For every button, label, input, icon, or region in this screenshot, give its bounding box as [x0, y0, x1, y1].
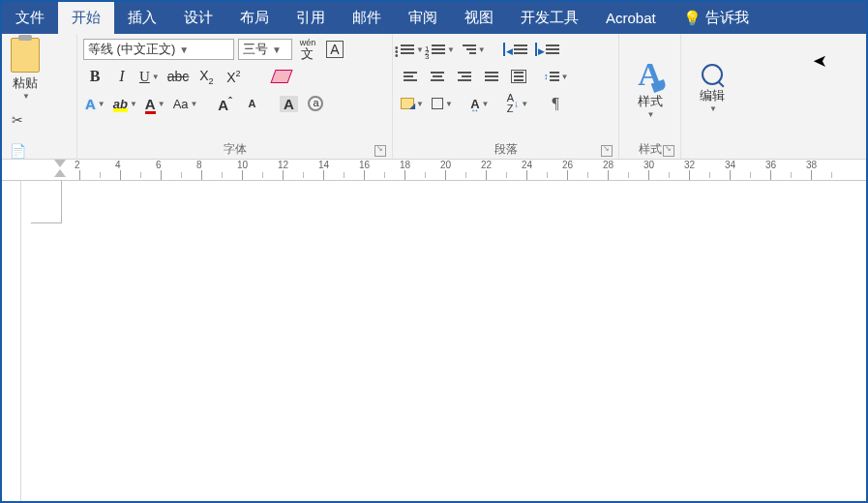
phonetic-icon: wén 文 — [300, 39, 316, 60]
tab-insert[interactable]: 插入 — [114, 2, 170, 34]
copy-button[interactable]: 📄 — [8, 141, 27, 161]
paste-button[interactable]: 粘贴 ▼ — [8, 38, 43, 101]
superscript-button[interactable]: X2 — [222, 65, 245, 88]
align-center-button[interactable] — [426, 65, 449, 88]
vertical-ruler[interactable] — [2, 181, 21, 501]
highlight-button[interactable]: ab▼ — [111, 92, 139, 115]
text-effects-button[interactable]: A▼ — [83, 92, 107, 115]
document-area — [2, 181, 866, 501]
ruler-tick: 10 — [237, 160, 248, 170]
indent-marker-icon[interactable] — [54, 160, 66, 177]
ruler-tick: 34 — [725, 160, 735, 170]
tab-mailings[interactable]: 邮件 — [339, 2, 395, 34]
italic-icon: I — [119, 68, 124, 85]
chevron-down-icon: ▼ — [647, 110, 655, 119]
editing-button-label: 编辑 — [700, 87, 725, 104]
scissors-icon: ✂ — [12, 112, 23, 128]
styles-launcher-icon[interactable] — [663, 145, 674, 157]
justify-button[interactable] — [480, 65, 503, 88]
ruler-tick: 16 — [359, 160, 370, 170]
font-color-button[interactable]: A▼ — [143, 92, 167, 115]
change-case-button[interactable]: Aa▼ — [171, 92, 200, 115]
group-styles: A 样式 ▼ 样式 — [619, 34, 681, 159]
ruler-tick: 26 — [562, 160, 573, 170]
phonetic-guide-button[interactable]: wén 文 — [296, 38, 319, 61]
editing-button[interactable]: 编辑 ▼ — [689, 60, 735, 117]
align-left-button[interactable] — [399, 65, 422, 88]
ruler-tick: 32 — [684, 160, 695, 170]
group-paragraph: ▼ ▼ ▼ ↕▼ ▼ ▼ A▼ A — [393, 34, 619, 159]
charbox-icon: A — [326, 41, 343, 58]
chevron-down-icon: ▼ — [447, 45, 455, 54]
distribute-button[interactable] — [507, 65, 530, 88]
subscript-button[interactable]: X2 — [195, 65, 218, 88]
font-family-combo[interactable]: 等线 (中文正文) ▼ — [83, 39, 234, 60]
italic-button[interactable]: I — [110, 65, 134, 88]
shade-icon: A — [280, 96, 298, 112]
tellme-label: 告诉我 — [705, 9, 749, 27]
tab-developer[interactable]: 开发工具 — [507, 2, 592, 34]
character-shading-button[interactable]: A — [277, 92, 300, 115]
font-size-combo[interactable]: 三号 ▼ — [238, 39, 292, 60]
tab-layout[interactable]: 布局 — [226, 2, 283, 34]
shading-button[interactable]: ▼ — [399, 92, 426, 115]
font-size-value: 三号 — [243, 41, 268, 58]
borders-icon — [432, 98, 443, 109]
tab-view[interactable]: 视图 — [451, 2, 507, 34]
decrease-indent-button[interactable] — [501, 38, 529, 61]
bullets-button[interactable]: ▼ — [399, 38, 426, 61]
sort-icon: AZ — [507, 93, 514, 114]
horizontal-ruler[interactable]: 2468101214161820222426283032343638 — [2, 160, 866, 181]
increase-indent-button[interactable] — [533, 38, 561, 61]
numbering-button[interactable]: ▼ — [430, 38, 457, 61]
shrink-font-button[interactable]: A — [240, 92, 263, 115]
styles-icon: A — [638, 58, 662, 91]
chevron-down-icon: ▼ — [561, 73, 569, 81]
ruler-tick: 12 — [278, 160, 288, 170]
tab-review[interactable]: 审阅 — [395, 2, 451, 34]
align-right-button[interactable] — [453, 65, 476, 88]
paragraph-launcher-icon[interactable] — [601, 145, 613, 157]
tellme-search[interactable]: 💡 告诉我 — [670, 2, 763, 34]
font-family-value: 等线 (中文正文) — [88, 41, 175, 58]
tab-references[interactable]: 引用 — [283, 2, 339, 34]
underline-button[interactable]: U▼ — [137, 65, 162, 88]
character-border-button[interactable]: A — [323, 38, 346, 61]
chevron-down-icon: ▼ — [521, 100, 528, 108]
page-margin-corner — [31, 181, 62, 223]
strikethrough-button[interactable]: abc — [165, 65, 192, 88]
enclose-characters-button[interactable] — [304, 92, 327, 115]
distribute-icon — [511, 70, 526, 83]
ruler-tick: 4 — [115, 160, 121, 170]
tab-home[interactable]: 开始 — [58, 2, 114, 34]
show-paragraph-button[interactable]: ¶ — [544, 92, 567, 115]
ruler-tick: 36 — [765, 160, 776, 170]
tab-acrobat[interactable]: Acrobat — [592, 2, 670, 34]
select-text-button[interactable]: A▼ — [468, 92, 492, 115]
change-case-icon: Aa — [173, 97, 189, 111]
multilevel-button[interactable]: ▼ — [461, 38, 488, 61]
grow-font-button[interactable]: A — [213, 92, 236, 115]
chevron-down-icon: ▼ — [445, 100, 453, 108]
sort-button[interactable]: AZ↓▼ — [505, 92, 530, 115]
tab-file[interactable]: 文件 — [2, 2, 58, 34]
align-center-icon — [431, 70, 444, 83]
select-icon: A — [470, 97, 479, 111]
chevron-down-icon: ▼ — [130, 100, 137, 108]
clear-formatting-button[interactable] — [270, 65, 293, 88]
cut-button[interactable]: ✂ — [8, 110, 27, 130]
align-right-icon — [458, 70, 471, 83]
group-editing: 编辑 ▼ — [681, 34, 743, 159]
chevron-down-icon: ▼ — [22, 92, 30, 101]
page[interactable] — [21, 181, 866, 501]
group-styles-label: 样式 — [639, 141, 662, 158]
font-launcher-icon[interactable] — [374, 145, 386, 157]
bullets-icon — [401, 44, 414, 54]
subscript-icon: X2 — [199, 68, 213, 86]
line-spacing-button[interactable]: ↕▼ — [542, 65, 570, 88]
bold-button[interactable]: B — [83, 65, 106, 88]
group-font-label: 字体 — [224, 141, 247, 158]
borders-button[interactable]: ▼ — [430, 92, 455, 115]
styles-button[interactable]: A 样式 ▼ — [627, 54, 673, 123]
tab-design[interactable]: 设计 — [170, 2, 226, 34]
